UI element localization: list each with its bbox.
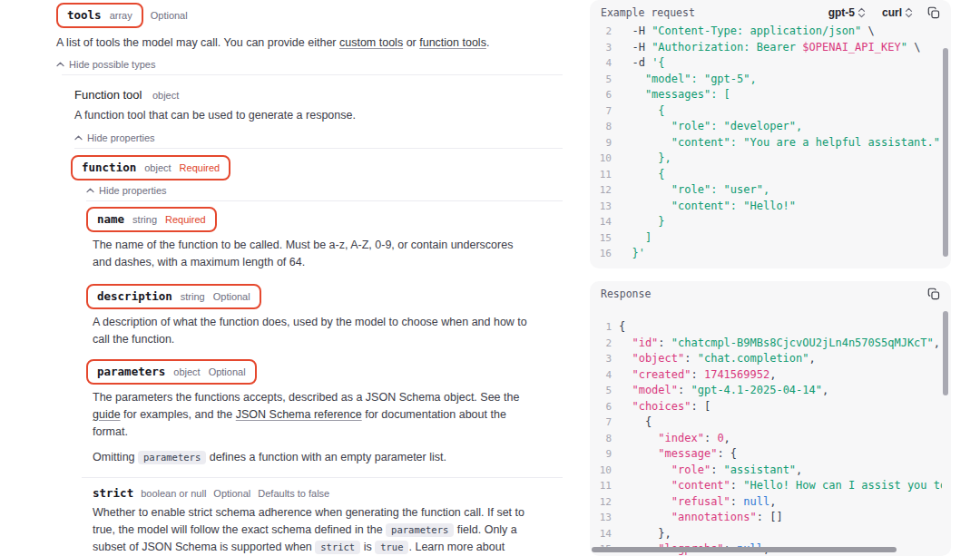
inline-code-strict: strict <box>315 541 360 554</box>
code-line: 6 "messages": [ <box>590 87 942 103</box>
line-number: 15 <box>590 230 612 247</box>
text: defines a function with an empty paramet… <box>206 451 446 463</box>
code-line: 3 -H "Authorization: Bearer $OPENAI_API_… <box>590 40 942 56</box>
line-number: 11 <box>590 167 612 183</box>
annotation-box-function: function object Required <box>71 155 230 180</box>
response-header: Response <box>590 281 951 303</box>
function-tool-title: Function tool <box>74 88 142 102</box>
chevron-up-icon <box>74 135 83 141</box>
code-text: "message": { <box>619 446 737 463</box>
code-text: }, <box>619 526 671 542</box>
annotation-box-name: name string Required <box>86 207 217 232</box>
vertical-scrollbar-thumb[interactable] <box>943 311 948 395</box>
tools-property-header: tools array Optional <box>56 3 563 28</box>
response-panel: Response 1{2 "id": "chatcmpl-B9MBs8CjcvO… <box>590 281 951 556</box>
inline-code-parameters: parameters <box>138 451 206 464</box>
strict-description: Whether to enable strict schema adherenc… <box>93 504 530 556</box>
code-line: 12 "role": "user", <box>590 182 942 199</box>
hide-properties-toggle[interactable]: Hide properties <box>74 132 155 143</box>
line-number: 8 <box>590 119 612 135</box>
line-number: 9 <box>590 446 612 463</box>
function-tool-section: Function tool object A function tool tha… <box>74 86 563 149</box>
code-text: "role": "developer", <box>619 119 802 135</box>
property-name-description: description <box>97 289 172 303</box>
language-select-value: curl <box>882 6 902 19</box>
vertical-scrollbar-thumb[interactable] <box>943 48 948 257</box>
copy-request-button[interactable] <box>927 6 940 19</box>
language-select[interactable]: curl <box>882 6 913 19</box>
code-line: 11 "content": "Hello! How can I assist y… <box>590 478 942 494</box>
code-text: "role": "assistant", <box>619 463 802 479</box>
line-number: 5 <box>590 72 612 88</box>
code-line: 13 "content": "Hello!" <box>590 199 942 215</box>
hide-properties-toggle[interactable]: Hide properties <box>86 185 167 196</box>
code-text: { <box>619 167 665 183</box>
optional-badge: Optional <box>209 366 246 377</box>
text: A list of tools the model may call. You … <box>56 36 339 49</box>
code-line: 8 "index": 0, <box>590 431 942 447</box>
code-text: "content": "Hello! How can I assist you … <box>619 478 942 494</box>
code-line: 10 "role": "assistant", <box>590 463 942 479</box>
line-number: 14 <box>590 214 612 230</box>
divider <box>74 148 563 149</box>
code-text: "choices": [ <box>619 399 710 415</box>
property-type: boolean or null <box>141 488 206 499</box>
default-badge: Defaults to false <box>258 488 329 499</box>
code-text: "created": 1741569952, <box>619 367 776 384</box>
code-text: "annotations": [] <box>619 510 783 526</box>
optional-badge: Optional <box>213 291 250 302</box>
code-text: "id": "chatcmpl-B9MBs8CjcvOU2jLn4n570S5q… <box>619 336 940 352</box>
code-line: 4 -d '{ <box>590 55 942 72</box>
code-line: 12 "refusal": null, <box>590 494 942 511</box>
updown-chevrons-icon <box>858 7 866 18</box>
line-number: 9 <box>590 135 612 151</box>
code-text: { <box>619 415 652 431</box>
code-text: "content": "You are a helpful assistant.… <box>619 135 940 151</box>
line-number: 10 <box>590 151 612 167</box>
property-type: array <box>110 10 132 21</box>
parameters-description: The parameters the functions accepts, de… <box>93 389 530 441</box>
code-line: 14 }, <box>590 526 942 542</box>
line-number: 11 <box>590 478 612 494</box>
line-number: 4 <box>590 367 612 384</box>
code-text: { <box>619 103 665 120</box>
annotation-box-tools: tools array <box>56 3 143 28</box>
hide-possible-types-toggle[interactable]: Hide possible types <box>56 59 155 70</box>
tools-description: A list of tools the model may call. You … <box>56 34 563 52</box>
line-number: 2 <box>590 336 612 352</box>
code-line: 7 { <box>590 415 942 431</box>
guide-link[interactable]: guide <box>93 408 121 421</box>
horizontal-scrollbar-thumb[interactable] <box>592 547 897 552</box>
toggle-label: Hide properties <box>87 132 155 143</box>
model-select[interactable]: gpt-5 <box>828 6 866 19</box>
text: or <box>403 36 419 49</box>
panel-title: Example request <box>601 6 812 19</box>
json-schema-reference-link[interactable]: JSON Schema reference <box>236 408 362 421</box>
code-line: 11 { <box>590 167 942 183</box>
text: . <box>486 36 489 49</box>
line-number: 7 <box>590 103 612 120</box>
line-number: 13 <box>590 510 612 526</box>
line-number: 8 <box>590 431 612 447</box>
optional-badge: Optional <box>213 488 250 499</box>
name-property-section: name string Required The name of the fun… <box>86 207 563 271</box>
code-text: "messages": [ <box>619 87 730 103</box>
annotation-box-parameters: parameters object Optional <box>86 359 257 385</box>
code-line: 7 { <box>590 103 942 120</box>
copy-response-button[interactable] <box>927 288 940 300</box>
code-line: 2 -H "Content-Type: application/json" \ <box>590 24 942 40</box>
function-tools-link[interactable]: function tools <box>419 36 486 49</box>
code-text: "object": "chat.completion", <box>619 351 816 367</box>
line-number: 16 <box>590 246 612 262</box>
api-reference-column: tools array Optional A list of tools the… <box>56 3 563 556</box>
code-text: -H "Content-Type: application/json" \ <box>619 24 875 40</box>
code-line: 13 "annotations": [] <box>590 510 942 526</box>
code-line: 5 "model": "gpt-4.1-2025-04-14", <box>590 383 942 399</box>
custom-tools-link[interactable]: custom tools <box>339 36 403 49</box>
property-type: object <box>173 366 200 377</box>
annotation-box-description: description string Optional <box>86 284 261 309</box>
property-type: string <box>181 291 205 302</box>
code-line: 15 ] <box>590 230 942 247</box>
toggle-label: Hide properties <box>99 185 167 196</box>
text: The parameters the functions accepts, de… <box>93 391 519 404</box>
